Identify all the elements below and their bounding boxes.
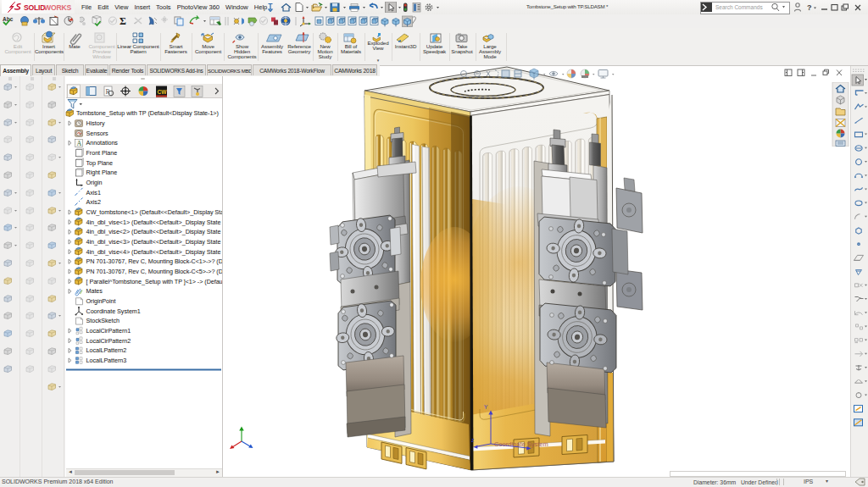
svg-text:A: A [77,140,82,147]
svg-text:?: ? [807,3,812,12]
svg-text:Coordinate System: Coordinate System [494,440,548,448]
svg-text:z: z [471,437,474,443]
svg-text:Y: Y [484,404,488,410]
